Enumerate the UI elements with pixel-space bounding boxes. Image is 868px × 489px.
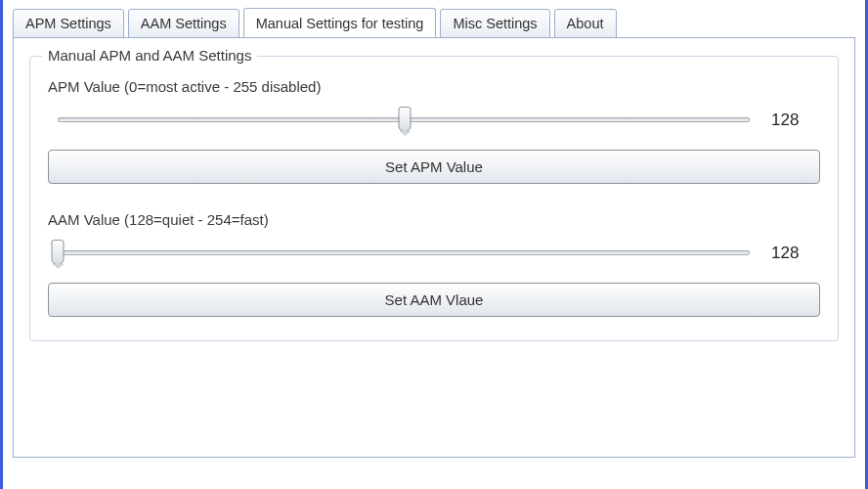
- tab-apm-settings[interactable]: APM Settings: [13, 9, 124, 38]
- tab-panel: Manual APM and AAM Settings APM Value (0…: [13, 37, 855, 458]
- slider-track: [58, 250, 750, 255]
- tab-strip: APM Settings AAM Settings Manual Setting…: [13, 8, 855, 37]
- apm-label: APM Value (0=most active - 255 disabled): [48, 78, 820, 95]
- manual-settings-group: Manual APM and AAM Settings APM Value (0…: [29, 56, 839, 341]
- tab-manual-settings[interactable]: Manual Settings for testing: [243, 8, 437, 37]
- slider-thumb[interactable]: [399, 107, 412, 132]
- aam-field: AAM Value (128=quiet - 254=fast) 128 Set…: [48, 211, 820, 317]
- group-title: Manual APM and AAM Settings: [42, 47, 257, 64]
- set-apm-button[interactable]: Set APM Value: [48, 150, 820, 184]
- tab-about[interactable]: About: [554, 9, 617, 38]
- apm-field: APM Value (0=most active - 255 disabled)…: [48, 78, 820, 184]
- apm-slider[interactable]: [58, 109, 750, 132]
- apm-value-display: 128: [771, 111, 820, 130]
- tab-aam-settings[interactable]: AAM Settings: [128, 9, 239, 38]
- aam-slider[interactable]: [58, 242, 750, 265]
- set-aam-button[interactable]: Set AAM Vlaue: [48, 283, 820, 317]
- aam-value-display: 128: [771, 244, 820, 263]
- aam-label: AAM Value (128=quiet - 254=fast): [48, 211, 820, 228]
- tab-misc-settings[interactable]: Misc Settings: [440, 9, 549, 38]
- slider-thumb[interactable]: [52, 240, 65, 265]
